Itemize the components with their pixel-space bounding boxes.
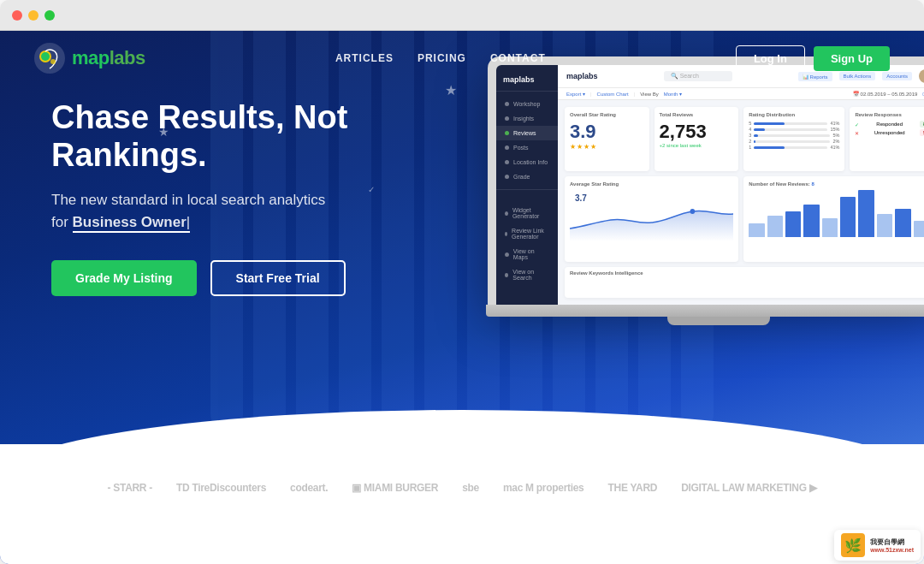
watermark-text: 我要自學網 www.51zxw.net (870, 537, 914, 553)
logo-miami: ▣ MIAMI BURGER (352, 482, 438, 494)
grade-listing-button[interactable]: Grade My Listing (51, 260, 197, 296)
page-content: ★ ★ ✓ ✓ maplabs (0, 31, 924, 564)
nav-links: ARTICLES PRICING CONTACT (335, 52, 546, 64)
scroll-indicator[interactable]: ↓ (458, 467, 466, 487)
maximize-button[interactable] (44, 10, 55, 21)
watermark: 🌿 我要自學網 www.51zxw.net (834, 530, 921, 561)
logo-codeart: codeart. (290, 482, 328, 494)
hero-buttons: Grade My Listing Start Free Trial (51, 260, 445, 296)
svg-point-3 (50, 59, 56, 64)
logo-yard: THE YARD (608, 482, 658, 494)
overall-star-rating-card: Overall Star Rating 3.9 ★★★★ (565, 107, 649, 171)
sidebar-item-insights[interactable]: Insights (496, 111, 558, 126)
close-button[interactable] (12, 10, 22, 21)
logo-icon (34, 43, 65, 74)
line-chart-svg (570, 190, 733, 241)
bar-chart (749, 190, 924, 237)
review-keywords-card: Review Keywords Intelligence (565, 267, 924, 298)
watermark-icon: 🌿 (841, 533, 865, 557)
custom-chart-button[interactable]: Custom Chart (597, 92, 629, 97)
sidebar-item-review-link[interactable]: Review Link Generator (496, 223, 558, 244)
logo-dlm: DIGITAL LAW MARKETING ▶ (681, 482, 816, 494)
logo-text: maplabs (72, 47, 145, 69)
bottom-section: Join these companies in revolutionizing … (0, 444, 924, 564)
nav-articles[interactable]: ARTICLES (335, 52, 394, 64)
hero-content: Chase Results, Not Rankings. The new sta… (51, 99, 445, 296)
date-range: 📅 02.05.2019 – 05.05.2019 (853, 91, 917, 97)
review-responses-card: Review Responses ✓ Responded 8 ✕ (850, 107, 924, 171)
login-button[interactable]: Log In (736, 45, 805, 72)
minimize-button[interactable] (28, 10, 38, 21)
hero-subtitle: The new standard in local search analyti… (51, 189, 445, 233)
nav-contact[interactable]: CONTACT (490, 52, 546, 64)
dashboard-cards: Overall Star Rating 3.9 ★★★★ Total Revie… (558, 100, 924, 305)
sidebar-item-posts[interactable]: Posts (496, 140, 558, 155)
laptop-base (486, 305, 924, 317)
logo-starr: - STARR - (108, 482, 152, 494)
nav-pricing[interactable]: PRICING (418, 52, 466, 64)
hero-title: Chase Results, Not Rankings. (51, 99, 445, 174)
export-button[interactable]: Export ▾ (566, 91, 585, 97)
average-star-rating-card: Average Star Rating 3.7 (565, 176, 738, 262)
navbar: maplabs ARTICLES PRICING CONTACT Log In … (0, 31, 924, 86)
laptop-outer: maplabs Workshop Insights Reviews Posts … (488, 56, 924, 305)
logo-tire: TD TireDiscounters (176, 482, 266, 494)
dashboard-sidebar: maplabs Workshop Insights Reviews Posts … (496, 65, 558, 305)
sidebar-item-grade[interactable]: Grade (496, 169, 558, 184)
sidebar-item-maps[interactable]: View on Maps (496, 244, 558, 264)
svg-point-2 (41, 52, 50, 61)
signup-button[interactable]: Sign Up (814, 46, 890, 71)
total-reviews-card: Total Reviews 2,753 +2 since last week (654, 107, 739, 171)
sidebar-item-location[interactable]: Location Info (496, 155, 558, 169)
dashboard-main: maplabs 🔍 Search 📊 Reports Bulk Actions … (558, 65, 924, 305)
browser-titlebar (0, 0, 924, 31)
laptop-stand (667, 317, 770, 325)
line-chart: 3.7 (570, 190, 733, 241)
laptop-mockup: maplabs Workshop Insights Reviews Posts … (488, 56, 924, 325)
month-selector[interactable]: Month ▾ (664, 91, 682, 97)
logo-mac: mac M properties (503, 482, 584, 494)
browser-window: ★ ★ ✓ ✓ maplabs (0, 0, 924, 564)
sidebar-item-reviews[interactable]: Reviews (496, 126, 558, 140)
laptop-screen: maplabs Workshop Insights Reviews Posts … (496, 65, 924, 305)
new-reviews-card: Number of New Reviews: 8 (743, 176, 924, 262)
sidebar-item-search[interactable]: View on Search (496, 264, 558, 285)
dashboard: maplabs Workshop Insights Reviews Posts … (496, 65, 924, 305)
sidebar-item-workshop[interactable]: Workshop (496, 97, 558, 111)
nav-buttons: Log In Sign Up (736, 45, 890, 72)
rating-distribution-card: Rating Distribution 5 41% 4 (743, 107, 844, 171)
free-trial-button[interactable]: Start Free Trial (210, 260, 346, 296)
sidebar-item-widget[interactable]: Widget Generator (496, 203, 558, 223)
logo[interactable]: maplabs (34, 43, 145, 74)
svg-point-4 (690, 209, 695, 214)
dashboard-toolbar: Export ▾ | Custom Chart | View By Month … (558, 88, 924, 100)
